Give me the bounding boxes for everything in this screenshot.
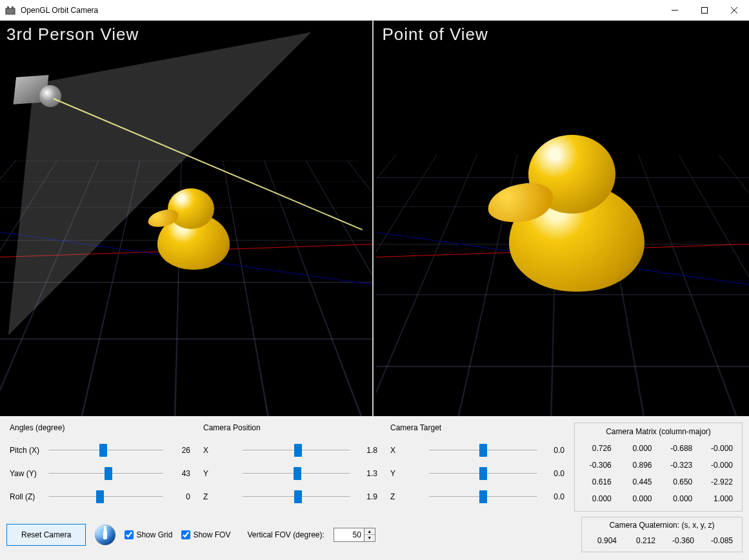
posx-slider[interactable] bbox=[242, 446, 350, 455]
duck-model bbox=[480, 132, 674, 306]
svg-line-5 bbox=[731, 7, 737, 14]
reset-camera-button[interactable]: Reset Camera bbox=[6, 524, 86, 546]
app-icon bbox=[5, 5, 15, 15]
matrix-cell: -0.688 bbox=[659, 440, 699, 457]
tgty-value: 0.0 bbox=[541, 469, 564, 478]
pitch-label: Pitch (X) bbox=[10, 446, 45, 455]
posy-label: Y bbox=[203, 469, 238, 478]
posx-label: X bbox=[203, 446, 238, 455]
control-panel: Angles (degree) Pitch (X) 26 Yaw (Y) 43 … bbox=[0, 416, 749, 560]
reset-camera-label: Reset Camera bbox=[21, 530, 71, 539]
matrix-panel: Camera Matrix (column-major) 0.7260.000-… bbox=[574, 423, 743, 512]
show-fov-label: Show FOV bbox=[193, 530, 230, 539]
roll-value: 0 bbox=[167, 492, 190, 501]
svg-line-6 bbox=[731, 7, 737, 14]
minimize-button[interactable] bbox=[660, 0, 690, 21]
position-group: Camera Position X 1.8 Y 1.3 Z 1.9 bbox=[200, 423, 381, 512]
matrix-title: Camera Matrix (column-major) bbox=[577, 427, 739, 436]
quaternion-cell: 0.904 bbox=[584, 532, 623, 549]
matrix-cell: -0.306 bbox=[577, 457, 618, 474]
position-title: Camera Position bbox=[203, 423, 377, 432]
yaw-value: 43 bbox=[167, 469, 190, 478]
posz-value: 1.9 bbox=[354, 492, 377, 501]
roll-slider[interactable] bbox=[48, 492, 163, 501]
matrix-cell: 0.000 bbox=[618, 440, 659, 457]
tgty-slider[interactable] bbox=[429, 469, 537, 478]
fov-label: Vertical FOV (degree): bbox=[247, 530, 324, 539]
matrix-box: Camera Matrix (column-major) 0.7260.000-… bbox=[574, 423, 743, 512]
posz-slider[interactable] bbox=[242, 492, 350, 501]
quaternion-title: Camera Quaternion: (s, x, y, z) bbox=[584, 521, 739, 530]
tgtx-value: 0.0 bbox=[541, 446, 564, 455]
window-title: OpenGL Orbit Camera bbox=[21, 6, 98, 15]
angles-title: Angles (degree) bbox=[10, 423, 190, 432]
titlebar: OpenGL Orbit Camera bbox=[0, 0, 749, 21]
svg-rect-0 bbox=[6, 8, 15, 14]
svg-rect-2 bbox=[12, 6, 14, 8]
posy-slider[interactable] bbox=[242, 469, 350, 478]
about-icon[interactable] bbox=[95, 525, 115, 545]
matrix-cell: -0.000 bbox=[699, 440, 739, 457]
show-grid-checkbox[interactable]: Show Grid bbox=[125, 530, 172, 539]
yaw-label: Yaw (Y) bbox=[10, 469, 45, 478]
posy-value: 1.3 bbox=[354, 469, 377, 478]
fov-step-up[interactable]: ▲ bbox=[365, 528, 375, 535]
target-group: Camera Target X 0.0 Y 0.0 Z 0.0 bbox=[387, 423, 568, 512]
show-grid-label: Show Grid bbox=[136, 530, 172, 539]
svg-rect-1 bbox=[7, 6, 9, 8]
matrix-cell: 0.000 bbox=[577, 490, 618, 507]
yaw-slider[interactable] bbox=[48, 469, 163, 478]
pitch-value: 26 bbox=[167, 446, 190, 455]
tgtx-slider[interactable] bbox=[429, 446, 537, 455]
tgtx-label: X bbox=[390, 446, 425, 455]
matrix-cell: 0.896 bbox=[618, 457, 659, 474]
quaternion-cell: -0.360 bbox=[662, 532, 701, 549]
third-person-view[interactable]: 3rd Person View bbox=[0, 21, 375, 416]
matrix-cell: 0.000 bbox=[659, 490, 699, 507]
posz-label: Z bbox=[203, 492, 238, 501]
maximize-button[interactable] bbox=[690, 0, 719, 21]
tgtz-value: 0.0 bbox=[541, 492, 564, 501]
view-title-left: 3rd Person View bbox=[6, 25, 139, 45]
viewports: 3rd Person View Point of View bbox=[0, 21, 749, 416]
svg-rect-4 bbox=[702, 7, 708, 13]
matrix-cell: -0.323 bbox=[659, 457, 699, 474]
matrix-cell: 0.726 bbox=[577, 440, 618, 457]
show-fov-checkbox[interactable]: Show FOV bbox=[181, 530, 230, 539]
matrix-cell: 0.445 bbox=[618, 474, 659, 490]
close-button[interactable] bbox=[719, 0, 749, 21]
pitch-slider[interactable] bbox=[48, 446, 163, 455]
fov-step-down[interactable]: ▼ bbox=[365, 535, 375, 541]
show-fov-input[interactable] bbox=[181, 530, 190, 539]
show-grid-input[interactable] bbox=[125, 530, 134, 539]
pov-view[interactable]: Point of View bbox=[375, 21, 750, 416]
matrix-cell: 0.616 bbox=[577, 474, 618, 490]
quaternion-cell: 0.212 bbox=[623, 532, 662, 549]
fov-input[interactable] bbox=[334, 530, 364, 539]
duck-model bbox=[142, 186, 245, 277]
tgtz-label: Z bbox=[390, 492, 425, 501]
matrix-cell: 0.000 bbox=[618, 490, 659, 507]
view-title-right: Point of View bbox=[383, 25, 488, 45]
matrix-cell: -0.000 bbox=[699, 457, 739, 474]
camera-gizmo bbox=[15, 76, 66, 116]
tgty-label: Y bbox=[390, 469, 425, 478]
matrix-cell: 0.650 bbox=[659, 474, 699, 490]
angles-group: Angles (degree) Pitch (X) 26 Yaw (Y) 43 … bbox=[6, 423, 194, 512]
target-title: Camera Target bbox=[390, 423, 564, 432]
quaternion-box: Camera Quaternion: (s, x, y, z) 0.9040.2… bbox=[581, 517, 743, 552]
tgtz-slider[interactable] bbox=[429, 492, 537, 501]
matrix-cell: -2.922 bbox=[699, 474, 739, 490]
fov-spinner[interactable]: ▲ ▼ bbox=[334, 528, 375, 542]
matrix-cell: 1.000 bbox=[699, 490, 739, 507]
quaternion-cell: -0.085 bbox=[701, 532, 739, 549]
roll-label: Roll (Z) bbox=[10, 492, 45, 501]
posx-value: 1.8 bbox=[354, 446, 377, 455]
